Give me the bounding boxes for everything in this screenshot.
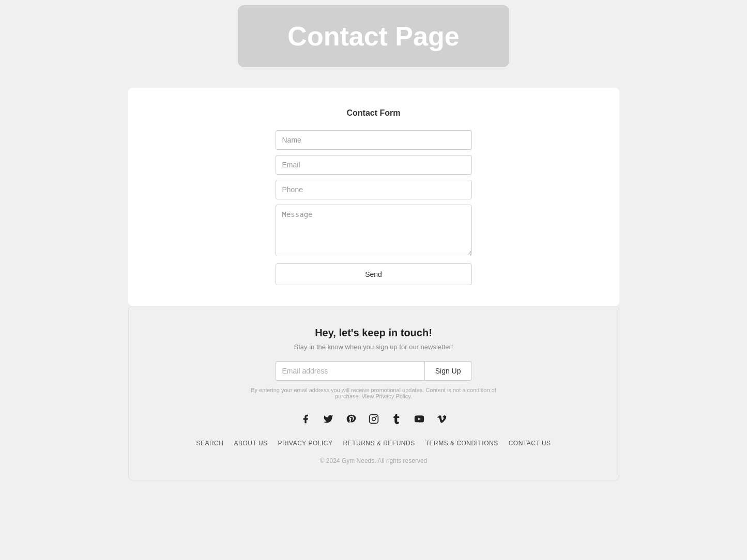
privacy-policy-link[interactable]: PRIVACY POLICY — [278, 440, 333, 447]
instagram-icon[interactable] — [369, 414, 379, 424]
send-button[interactable]: Send — [276, 263, 472, 285]
twitter-icon[interactable] — [323, 414, 333, 424]
signup-button[interactable]: Sign Up — [424, 361, 472, 381]
contact-us-link[interactable]: CONTACT US — [509, 440, 551, 447]
footer-section: Hey, let's keep in touch! Stay in the kn… — [128, 306, 619, 480]
vimeo-icon[interactable] — [437, 414, 447, 424]
contact-form-title: Contact Form — [139, 108, 609, 118]
facebook-icon[interactable] — [300, 414, 311, 424]
newsletter-subtitle: Stay in the know when you sign up for ou… — [294, 343, 453, 351]
svg-rect-0 — [369, 415, 378, 424]
phone-input[interactable] — [276, 180, 472, 199]
newsletter-form: Sign Up — [276, 361, 472, 381]
social-icons-row — [300, 414, 447, 424]
newsletter-title: Hey, let's keep in touch! — [315, 327, 432, 339]
newsletter-email-input[interactable] — [276, 361, 424, 381]
contact-form: Send — [139, 130, 609, 285]
terms-conditions-link[interactable]: TERMS & CONDITIONS — [425, 440, 498, 447]
message-textarea[interactable] — [276, 205, 472, 256]
page-title: Contact Page — [287, 21, 459, 52]
about-us-link[interactable]: ABOUT US — [234, 440, 267, 447]
pinterest-icon[interactable] — [346, 414, 356, 424]
search-link[interactable]: SEARCH — [196, 440, 223, 447]
tumblr-icon[interactable] — [391, 414, 402, 424]
copyright-text: © 2024 Gym Needs. All rights reserved — [320, 457, 428, 464]
hero-banner: Contact Page — [238, 5, 509, 67]
returns-refunds-link[interactable]: RETURNS & REFUNDS — [343, 440, 415, 447]
email-input[interactable] — [276, 155, 472, 175]
footer-nav: SEARCH ABOUT US PRIVACY POLICY RETURNS &… — [196, 440, 551, 447]
privacy-text: By entering your email address you will … — [245, 387, 503, 399]
svg-point-2 — [375, 416, 377, 417]
main-card: Contact Form Send — [128, 88, 619, 306]
youtube-icon[interactable] — [414, 414, 424, 424]
svg-point-1 — [372, 417, 375, 421]
name-input[interactable] — [276, 130, 472, 150]
